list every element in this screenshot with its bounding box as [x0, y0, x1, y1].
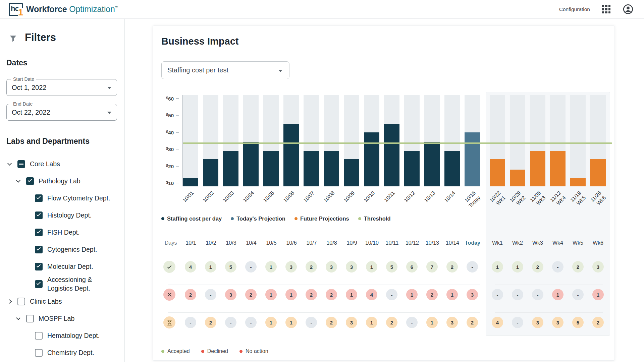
- table-col-header: 10/5: [264, 240, 279, 246]
- y-axis-tick-label: $20: [166, 164, 174, 169]
- checkbox-checked[interactable]: [35, 229, 43, 236]
- apps-grid-icon[interactable]: [602, 5, 610, 13]
- threshold-line: [183, 142, 612, 144]
- tree-item-label: Core Labs: [30, 160, 60, 168]
- staffing-cost-bar: [384, 124, 399, 186]
- chevron-down-icon[interactable]: [16, 178, 20, 183]
- table-cell: 2: [243, 289, 259, 300]
- table-col-header: 10/10: [364, 240, 380, 246]
- checkbox-checked[interactable]: [35, 194, 43, 202]
- count-chip: 2: [592, 317, 604, 328]
- count-chip: 1: [265, 289, 277, 300]
- staffing-cost-bar: [424, 142, 440, 186]
- checkbox-unchecked[interactable]: [35, 332, 43, 340]
- count-chip: 1: [592, 289, 604, 300]
- tree-item-mospf-lab[interactable]: MOSPF Lab: [0, 310, 122, 327]
- table-cell: 1: [590, 289, 606, 300]
- tree-item-cytogenics-dept[interactable]: Cytogenics Dept.: [0, 241, 122, 258]
- legend-dot: [201, 350, 204, 353]
- tree-item-clinic-labs[interactable]: Clinic Labs: [0, 293, 122, 310]
- metric-dropdown[interactable]: Staffing cost per test: [161, 61, 289, 79]
- checkbox-checked[interactable]: [35, 280, 43, 288]
- count-chip: 2: [572, 261, 584, 273]
- chart-day-column: [324, 95, 339, 186]
- table-cell: 2: [304, 289, 319, 300]
- checkbox-checked[interactable]: [26, 177, 34, 185]
- x-axis-label: 10/12: [404, 186, 420, 213]
- chevron-down-icon: [278, 70, 282, 72]
- checkbox-unchecked[interactable]: [26, 315, 34, 322]
- table-cell: 4: [490, 317, 505, 328]
- chart-week-column: [530, 95, 545, 186]
- table-cell: 7: [424, 261, 440, 273]
- checkbox-checked[interactable]: [35, 246, 43, 253]
- checkbox-unchecked[interactable]: [17, 298, 25, 305]
- table-cell: 4: [183, 261, 198, 273]
- checkbox-checked[interactable]: [35, 263, 43, 270]
- staffing-cost-bar: [223, 151, 238, 186]
- y-axis-tick-label: $50: [166, 113, 174, 118]
- count-chip: 3: [446, 317, 458, 328]
- indeterminate-icon: [19, 164, 23, 165]
- check-icon: [37, 195, 41, 199]
- checkbox-indeterminate[interactable]: [17, 160, 25, 168]
- tree-item-label: MOSPF Lab: [39, 314, 74, 323]
- table-cell: 1: [263, 261, 279, 273]
- end-date-select[interactable]: End Date Oct 22, 2022: [6, 104, 117, 121]
- future-projection-bar: [490, 159, 505, 186]
- x-axis-label: 10/15Today: [465, 186, 480, 213]
- tree-item-pathology-lab[interactable]: Pathology Lab: [0, 173, 122, 190]
- tree-item-histology-dept[interactable]: Histology Dept.: [0, 207, 122, 224]
- filters-sidebar: Filters Dates Start Date Oct 1, 2022 End…: [0, 19, 125, 362]
- x-axis-label: 10/29Wk2: [510, 186, 525, 213]
- future-projection-bar: [550, 151, 566, 186]
- table-row-accepted: 415-1323315672-112-23: [161, 260, 612, 273]
- staffing-cost-bar: [324, 151, 339, 186]
- count-chip: 1: [406, 289, 418, 300]
- checkbox-checked[interactable]: [35, 212, 43, 219]
- week-bars-area: [486, 95, 610, 186]
- configuration-link[interactable]: Configuration: [559, 6, 590, 12]
- table-col-header: 10/4: [244, 240, 259, 246]
- checkbox-unchecked[interactable]: [35, 349, 43, 357]
- chevron-down-icon[interactable]: [7, 161, 12, 166]
- y-axis-tick-label: $30: [166, 146, 174, 152]
- chart-day-column: [283, 95, 299, 186]
- table-col-header: Wk6: [590, 240, 606, 246]
- tree-item-chemistry-dept[interactable]: Chemistry Dept.: [0, 344, 122, 361]
- tree-item-hematology-dept[interactable]: Hematology Dept.: [0, 327, 122, 344]
- tree-item-core-labs[interactable]: Core Labs: [0, 156, 122, 173]
- table-cell: -: [570, 289, 586, 300]
- table-cell: 2: [570, 261, 586, 273]
- table-cell: 1: [364, 317, 379, 328]
- x-axis-label: 10/01: [183, 186, 198, 213]
- legend-dot: [358, 217, 361, 220]
- y-axis-tick-label: $60: [166, 96, 174, 102]
- table-cell: 3: [344, 317, 359, 328]
- count-chip: 1: [285, 317, 297, 328]
- tree-item-accessioning-logistics-dept[interactable]: Accessioning & Logistics Dept.: [0, 275, 122, 293]
- staffing-cost-bar: [283, 124, 299, 186]
- tree-item-fish-dept[interactable]: FISH Dept.: [0, 224, 122, 241]
- tree-item-flow-cytometry-dept[interactable]: Flow Cytometry Dept.: [0, 190, 122, 207]
- staffing-cost-bar: [203, 159, 218, 186]
- brand-title: Workforce Optimization™: [26, 4, 118, 14]
- check-icon: [163, 261, 175, 273]
- x-axis-label: 10/08: [324, 186, 339, 213]
- table-col-header: 10/14: [445, 240, 460, 246]
- chevron-right-icon[interactable]: [7, 299, 12, 304]
- table-cell: 3: [550, 317, 566, 328]
- chevron-down-icon[interactable]: [16, 316, 20, 320]
- count-chip: 7: [426, 261, 438, 273]
- start-date-select[interactable]: Start Date Oct 1, 2022: [6, 79, 117, 96]
- x-icon: [163, 289, 175, 301]
- table-cell: 3: [590, 261, 606, 273]
- chart-day-column: [183, 95, 198, 186]
- table-cell: 3: [344, 261, 359, 273]
- table-cell: 1: [424, 317, 440, 328]
- start-date-label: Start Date: [11, 76, 36, 82]
- table-cell: 3: [530, 317, 545, 328]
- business-impact-card: Business Impact Staffing cost per test $…: [153, 25, 615, 361]
- user-avatar-icon[interactable]: [623, 4, 633, 15]
- tree-item-molecular-dept[interactable]: Molecular Dept.: [0, 258, 122, 275]
